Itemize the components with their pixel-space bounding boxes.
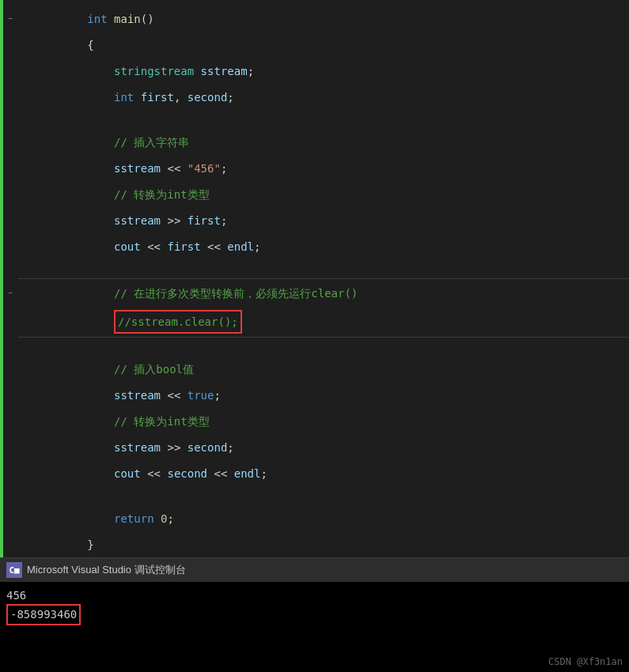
highlighted-output: -858993460 [6, 604, 81, 625]
code-editor: − int main() { stringstream sstream; [0, 0, 629, 557]
watermark: CSDN @Xf3n1an [548, 656, 623, 667]
code-line-row: } [3, 531, 629, 557]
highlighted-line-row: //sstream.clear(); [3, 308, 629, 338]
console-body: 456 -858993460 CSDN @Xf3n1an [0, 582, 629, 672]
fold-col[interactable]: − [3, 9, 17, 28]
line-text-col: } [17, 516, 629, 557]
console-output-line1: 456 [6, 587, 623, 604]
fold-col[interactable]: − [3, 283, 17, 304]
code-line-row: cout << second << endl; [3, 460, 629, 486]
console-output-line2: -858993460 [6, 604, 623, 625]
console-icon: C■ [6, 562, 22, 578]
code-line-row: int first, second; [3, 85, 629, 111]
editor-main: − int main() { stringstream sstream; [3, 0, 629, 557]
console-titlebar: C■ Microsoft Visual Studio 调试控制台 [0, 558, 629, 582]
console-area: C■ Microsoft Visual Studio 调试控制台 456 -85… [0, 557, 629, 672]
app-container: − int main() { stringstream sstream; [0, 0, 629, 672]
console-title: Microsoft Visual Studio 调试控制台 [27, 563, 186, 577]
code-line-row: cout << first << endl; [3, 234, 629, 260]
